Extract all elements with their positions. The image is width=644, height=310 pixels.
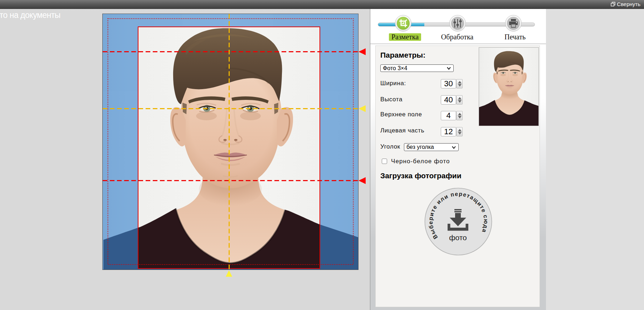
svg-text:фото: фото (449, 233, 467, 242)
